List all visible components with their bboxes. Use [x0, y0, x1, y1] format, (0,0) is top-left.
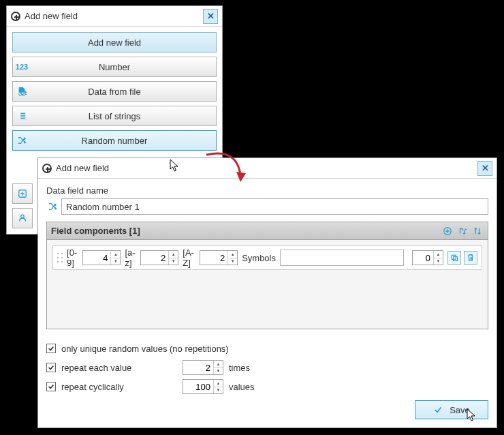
- lowercase-label: [a-z]: [125, 247, 136, 268]
- repeat-cyc-checkbox[interactable]: [46, 382, 56, 391]
- symbols-label: Symbols: [242, 253, 276, 263]
- spinner-up-icon[interactable]: ▲: [111, 251, 120, 258]
- digits-input[interactable]: [83, 251, 110, 265]
- options-section: only unique random values (no repetition…: [46, 339, 488, 396]
- option-number-label: Number: [31, 62, 216, 72]
- option-number[interactable]: 123 Number: [12, 57, 217, 77]
- check-icon: [433, 405, 443, 415]
- save-button[interactable]: Save: [415, 400, 488, 419]
- shuffle-icon: [46, 200, 59, 213]
- number-icon: 123: [13, 63, 31, 71]
- extra-input[interactable]: [413, 251, 433, 265]
- option-unique-row: only unique random values (no repetition…: [46, 339, 488, 358]
- option-file-label: Data from file: [31, 87, 216, 97]
- spinner-up-icon[interactable]: ▲: [228, 251, 237, 258]
- spinner-up-icon[interactable]: ▲: [214, 380, 223, 387]
- shuffle-icon: [13, 136, 31, 145]
- spinner-down-icon[interactable]: ▼: [111, 258, 120, 265]
- uppercase-input[interactable]: [200, 251, 227, 265]
- close-button[interactable]: ✕: [477, 161, 492, 176]
- svg-rect-12: [452, 255, 456, 259]
- spinner-arrows[interactable]: ▲▼: [168, 251, 178, 265]
- components-header: Field components [1]: [46, 222, 488, 239]
- spinner-arrows[interactable]: ▲▼: [213, 380, 223, 393]
- option-stub-1[interactable]: [12, 183, 33, 204]
- spinner-up-icon[interactable]: ▲: [214, 361, 223, 368]
- spinner-down-icon[interactable]: ▼: [214, 368, 223, 375]
- spinner-down-icon[interactable]: ▼: [434, 258, 443, 265]
- dialog-header: Add new field ✕: [38, 158, 497, 179]
- option-header-label: Add new field: [13, 38, 216, 48]
- dialog-body: Add new field 123 Number csv Data from f…: [7, 27, 222, 160]
- spinner-up-icon[interactable]: ▲: [169, 251, 178, 258]
- repeat-each-checkbox[interactable]: [46, 363, 56, 372]
- file-csv-icon: csv: [13, 87, 31, 96]
- drag-handle-icon[interactable]: [57, 252, 63, 264]
- copy-component-button[interactable]: [447, 251, 461, 265]
- dialog-body: Data field name Field components [1]: [38, 179, 497, 403]
- repeat-each-spinner[interactable]: ▲▼: [183, 360, 223, 375]
- spinner-arrows[interactable]: ▲▼: [110, 251, 120, 265]
- repeat-cyc-after: values: [229, 382, 255, 392]
- name-input[interactable]: [61, 198, 488, 215]
- list-icon: [13, 111, 31, 121]
- spinner-down-icon[interactable]: ▼: [169, 258, 178, 265]
- option-list-of-strings[interactable]: List of strings: [12, 106, 217, 126]
- add-field-config-dialog: Add new field ✕ Data field name Field co…: [37, 158, 497, 428]
- lowercase-input[interactable]: [141, 251, 168, 265]
- option-stub-2[interactable]: [12, 208, 33, 228]
- option-list-label: List of strings: [31, 111, 216, 121]
- name-input-row: [46, 198, 488, 215]
- digits-spinner[interactable]: ▲▼: [82, 250, 121, 265]
- option-repeat-each-row: repeat each value ▲▼ times: [46, 358, 488, 377]
- option-repeat-cyc-row: repeat cyclically ▲▼ values: [46, 377, 488, 396]
- repeat-cyc-spinner[interactable]: ▲▼: [183, 379, 223, 394]
- dialog-footer: Save: [415, 400, 488, 419]
- svg-rect-13: [454, 257, 458, 261]
- component-row: [0-9] ▲▼ [a-z] ▲▼ [A-Z] ▲▼ Symbols: [52, 245, 482, 270]
- save-button-label: Save: [450, 405, 470, 415]
- lowercase-spinner[interactable]: ▲▼: [140, 250, 178, 265]
- extra-spinner[interactable]: ▲▼: [412, 250, 443, 265]
- option-header: Add new field: [12, 32, 217, 52]
- repeat-cyc-input[interactable]: [183, 380, 213, 393]
- spinner-up-icon[interactable]: ▲: [434, 251, 443, 258]
- component-row-actions: [447, 251, 477, 265]
- spinner-down-icon[interactable]: ▼: [214, 387, 223, 394]
- digits-label: [0-9]: [67, 247, 78, 268]
- repeat-each-label: repeat each value: [61, 363, 131, 373]
- delete-component-button[interactable]: [464, 251, 477, 265]
- add-component-button[interactable]: [441, 225, 454, 237]
- uppercase-label: [A-Z]: [183, 247, 195, 268]
- close-icon: ✕: [482, 163, 489, 173]
- spinner-arrows[interactable]: ▲▼: [433, 251, 443, 265]
- spinner-down-icon[interactable]: ▼: [228, 258, 237, 265]
- add-text-component-button[interactable]: [456, 225, 469, 237]
- partial-hidden-options: [12, 183, 33, 228]
- close-button[interactable]: ✕: [203, 9, 218, 24]
- svg-text:csv: csv: [20, 88, 27, 96]
- unique-label: only unique random values (no repetition…: [61, 344, 229, 354]
- dialog-title: Add new field: [25, 11, 203, 21]
- repeat-each-input[interactable]: [183, 361, 213, 374]
- reorder-components-button[interactable]: [471, 225, 484, 237]
- plus-circle-icon: [42, 164, 52, 173]
- svg-point-9: [21, 215, 24, 217]
- option-random-label: Random number: [31, 136, 216, 146]
- spinner-arrows[interactable]: ▲▼: [227, 251, 237, 265]
- close-icon: ✕: [207, 11, 215, 21]
- option-random-number[interactable]: Random number: [12, 130, 217, 151]
- dialog-title: Add new field: [56, 163, 477, 173]
- components-area: [0-9] ▲▼ [a-z] ▲▼ [A-Z] ▲▼ Symbols: [46, 239, 488, 329]
- name-field-label: Data field name: [46, 185, 488, 196]
- dialog-header: Add new field ✕: [7, 6, 222, 27]
- components-header-actions: [441, 225, 484, 237]
- plus-circle-icon: [11, 12, 20, 21]
- symbols-input[interactable]: [280, 250, 404, 266]
- unique-checkbox[interactable]: [46, 344, 56, 353]
- option-data-from-file[interactable]: csv Data from file: [12, 81, 217, 102]
- uppercase-spinner[interactable]: ▲▼: [200, 250, 238, 265]
- repeat-each-after: times: [229, 363, 250, 373]
- repeat-cyc-label: repeat cyclically: [61, 382, 124, 392]
- spinner-arrows[interactable]: ▲▼: [213, 361, 223, 374]
